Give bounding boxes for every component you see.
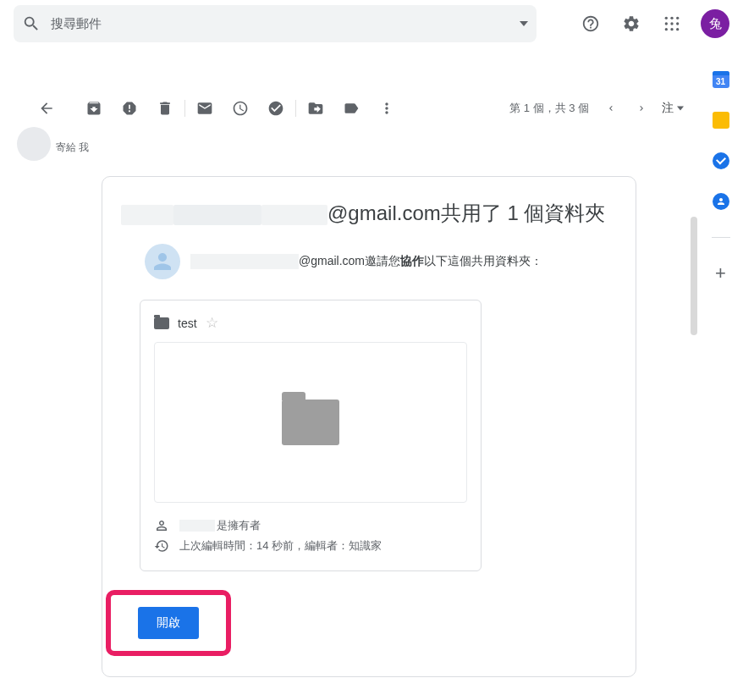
person-icon [150,249,175,274]
pager-info: 第 1 個，共 3 個 [509,101,589,116]
svg-point-3 [665,22,668,25]
pager-next-button[interactable] [626,93,657,124]
sender-recipient-label: 寄給 我 [56,141,89,155]
archive-button[interactable] [76,91,112,125]
search-icon [22,14,41,33]
sidepanel-divider [712,237,730,238]
star-button[interactable]: ☆ [206,314,218,332]
svg-point-2 [676,17,679,19]
settings-button[interactable] [614,7,648,41]
scrollbar-thumb[interactable] [691,217,697,335]
invite-row: @gmail.com邀請您協作以下這個共用資料夾： [145,244,617,279]
edit-info-row: 上次編輯時間：14 秒前，編輯者：知識家 [154,538,467,554]
side-panel: 31 + [697,47,743,700]
more-button[interactable] [369,91,405,125]
folder-icon [154,317,169,329]
calendar-addon[interactable]: 31 [713,71,729,88]
search-options-icon[interactable] [520,19,528,28]
search-box[interactable]: 搜尋郵件 [14,5,537,42]
input-method-button[interactable]: 注 [662,101,684,116]
open-button-highlight: 開啟 [106,590,231,656]
email-title: @gmail.com共用了 1 個資料夾 [121,197,617,229]
move-to-button[interactable] [298,91,333,125]
svg-point-0 [665,17,668,19]
report-spam-button[interactable] [112,91,147,125]
invite-text: @gmail.com邀請您協作以下這個共用資料夾： [190,254,542,269]
folder-preview [154,342,467,503]
pager-prev-button[interactable] [596,93,626,124]
support-button[interactable] [574,7,608,41]
get-addons-button[interactable]: + [713,265,729,282]
toolbar-separator [295,100,296,117]
redacted-text [173,205,261,225]
tasks-addon[interactable] [713,152,729,169]
back-button[interactable] [29,91,64,125]
history-icon [154,538,169,554]
svg-point-7 [670,28,673,30]
toolbar-separator [184,100,185,117]
apps-button[interactable] [655,7,689,41]
email-body-card: @gmail.com共用了 1 個資料夾 @gmail.com邀請您協作以下這個… [102,176,636,677]
redacted-text [179,520,215,532]
redacted-text [121,205,173,225]
redacted-text [261,205,327,225]
owner-row: 是擁有者 [154,518,467,533]
contacts-addon[interactable] [713,193,729,210]
mark-unread-button[interactable] [187,91,223,125]
keep-addon[interactable] [713,112,729,129]
inviter-avatar [145,244,180,279]
person-outline-icon [154,518,169,533]
svg-point-5 [676,22,679,25]
person-icon [716,196,726,207]
svg-point-1 [670,17,673,19]
add-to-tasks-button[interactable] [258,91,294,125]
search-placeholder: 搜尋郵件 [51,16,520,32]
snooze-button[interactable] [223,91,258,125]
sender-avatar [17,127,51,161]
svg-point-4 [670,22,673,25]
shared-folder-card: test ☆ 是擁有者 上次編輯時間：14 秒前，編輯者：知識家 [140,300,482,571]
labels-button[interactable] [333,91,369,125]
account-avatar[interactable]: 兔 [701,9,729,38]
svg-point-6 [665,28,668,30]
folder-name: test [178,317,197,330]
open-button[interactable]: 開啟 [138,607,199,639]
folder-large-icon [282,400,339,445]
svg-point-8 [676,28,679,30]
chevron-down-icon [677,105,684,112]
sender-row: 寄給 我 [17,135,97,169]
delete-button[interactable] [147,91,183,125]
redacted-text [190,254,299,269]
